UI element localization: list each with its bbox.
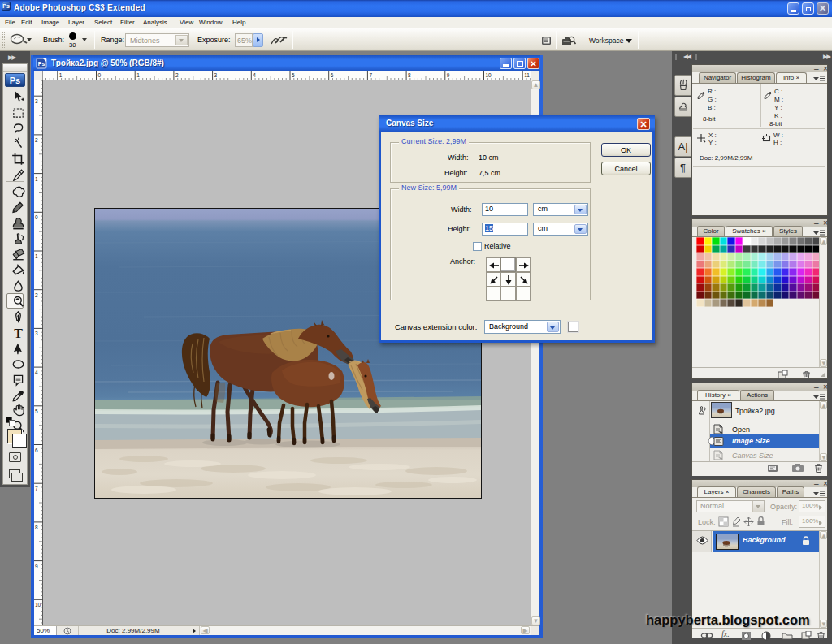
svg-text:5: 5 [35, 408, 38, 414]
svg-text:0: 0 [35, 214, 38, 220]
svg-text:1: 1 [35, 253, 38, 259]
svg-text:1: 1 [35, 176, 38, 182]
svg-text:8: 8 [408, 72, 411, 78]
svg-text:7: 7 [35, 486, 38, 491]
svg-text:2: 2 [35, 292, 38, 298]
svg-text:11: 11 [524, 72, 530, 78]
svg-text:Ps: Ps [38, 61, 46, 67]
svg-text:2: 2 [176, 72, 179, 78]
svg-text:3: 3 [35, 331, 38, 336]
svg-text:3: 3 [214, 72, 218, 78]
svg-text:6: 6 [35, 447, 38, 453]
svg-text:2: 2 [35, 137, 38, 143]
svg-text:1: 1 [136, 72, 140, 78]
svg-text:10: 10 [486, 72, 492, 78]
svg-text:8: 8 [35, 525, 38, 530]
svg-text:T: T [14, 326, 23, 340]
svg-text:3: 3 [35, 98, 38, 104]
svg-text:0: 0 [98, 72, 102, 78]
svg-text:6: 6 [331, 72, 334, 78]
svg-text:4: 4 [253, 72, 256, 78]
svg-text:9: 9 [447, 72, 450, 78]
svg-text:5: 5 [292, 72, 295, 78]
svg-text:9: 9 [35, 564, 38, 569]
svg-text:7: 7 [369, 72, 372, 78]
svg-text:1: 1 [59, 72, 63, 78]
svg-text:4: 4 [35, 370, 38, 375]
svg-text:10: 10 [35, 602, 41, 607]
